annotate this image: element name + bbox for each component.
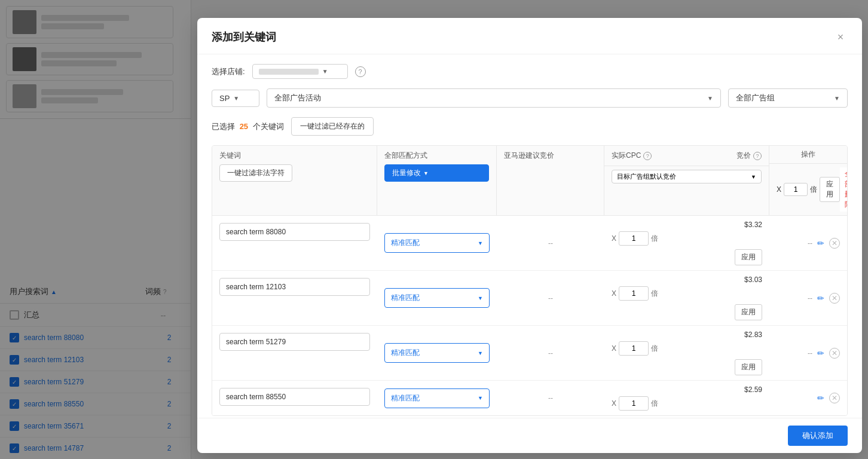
table-row: 精准匹配 ▼ -- $2.83 X 倍 应用 - xyxy=(212,326,847,381)
ad-type-dropdown[interactable]: SP ▼ xyxy=(212,90,259,107)
campaign-label: 全部广告活动 xyxy=(274,93,321,103)
modal-footer: 确认添加 xyxy=(197,418,862,453)
keyword-header-label: 关键词 xyxy=(219,151,369,161)
keyword-input[interactable] xyxy=(219,278,370,296)
keyword-input[interactable] xyxy=(219,388,370,406)
table-row: 精准匹配 ▼ -- $2.59 X 倍 ✏ ✕ xyxy=(212,381,847,415)
bid-apply-button[interactable]: 应用 xyxy=(735,359,762,375)
op-dash: -- xyxy=(808,349,812,357)
chevron-down-icon: ▼ xyxy=(751,174,756,180)
bid-price: $2.59 xyxy=(612,385,762,394)
match-type-cell: 精准匹配 ▼ xyxy=(377,326,497,380)
amazon-bid-cell: -- xyxy=(497,326,604,380)
keyword-cell xyxy=(212,326,377,380)
store-value xyxy=(259,69,319,75)
modal-close-button[interactable]: × xyxy=(833,30,848,44)
keyword-col-header: 关键词 一键过滤非法字符 xyxy=(212,146,377,215)
bid-multiplier-input[interactable] xyxy=(619,231,649,246)
bid-cell: $3.32 X 倍 应用 xyxy=(604,216,769,270)
bid-bei-label: 倍 xyxy=(651,344,658,354)
bid-x-label: X xyxy=(612,344,616,353)
operation-col-header: 操作 X 倍 应用 全部删除 xyxy=(769,146,847,215)
operation-cell: -- ✏ ✕ xyxy=(769,216,847,270)
chevron-down-icon: ▼ xyxy=(423,170,429,176)
edit-icon[interactable]: ✏ xyxy=(817,348,824,358)
bid-multiplier-input[interactable] xyxy=(619,341,649,356)
adgroup-label: 全部广告组 xyxy=(736,93,775,103)
keyword-cell xyxy=(212,381,377,415)
op-dash: -- xyxy=(808,294,812,302)
bid-apply-button[interactable]: 应用 xyxy=(735,249,762,265)
edit-icon[interactable]: ✏ xyxy=(817,238,824,248)
chevron-down-icon: ▼ xyxy=(478,240,483,246)
multiplier-input[interactable] xyxy=(784,183,808,196)
chevron-down-icon: ▼ xyxy=(478,350,483,356)
selected-keywords-row: 已选择 25 个关键词 一键过滤已经存在的 xyxy=(212,117,848,136)
match-type-value: 精准匹配 xyxy=(391,393,420,403)
table-row: 精准匹配 ▼ -- $3.03 X 倍 应用 - xyxy=(212,271,847,326)
confirm-add-button[interactable]: 确认添加 xyxy=(788,426,848,446)
chevron-down-icon: ▼ xyxy=(322,68,328,75)
amazon-bid-value: -- xyxy=(548,294,553,302)
selected-count: 25 xyxy=(240,122,248,131)
amazon-bid-header-label: 亚马逊建议竞价 xyxy=(504,151,597,161)
modal-header: 添加到关键词 × xyxy=(197,18,862,54)
match-type-dropdown[interactable]: 精准匹配 ▼ xyxy=(384,233,490,253)
bid-multiplier-input[interactable] xyxy=(619,396,649,411)
delete-icon[interactable]: ✕ xyxy=(829,238,840,249)
match-type-cell: 精准匹配 ▼ xyxy=(377,216,497,270)
edit-icon[interactable]: ✏ xyxy=(817,293,824,303)
cpc-help-icon: ? xyxy=(643,152,652,160)
keyword-input[interactable] xyxy=(219,333,370,351)
match-type-dropdown[interactable]: 精准匹配 ▼ xyxy=(384,288,490,308)
bid-type-dropdown[interactable]: 目标广告组默认竞价 ▼ xyxy=(612,170,762,183)
bid-x-label: X xyxy=(612,234,616,243)
keyword-input[interactable] xyxy=(219,223,370,241)
filter-illegal-chars-button[interactable]: 一键过滤非法字符 xyxy=(219,164,292,182)
store-dropdown[interactable]: ▼ xyxy=(252,64,348,79)
operation-header-label: 操作 xyxy=(769,146,847,164)
ad-type-label: SP xyxy=(219,94,230,103)
modal-title: 添加到关键词 xyxy=(212,30,276,44)
match-type-cell: 精准匹配 ▼ xyxy=(377,381,497,415)
match-type-value: 精准匹配 xyxy=(391,348,420,358)
bid-bei-label: 倍 xyxy=(651,399,658,409)
actual-cpc-header-label: 实际CPC xyxy=(612,151,641,161)
keyword-cell xyxy=(212,216,377,270)
batch-modify-button[interactable]: 批量修改 ▼ xyxy=(384,164,489,182)
operation-cell: -- ✏ ✕ xyxy=(769,326,847,380)
match-type-dropdown[interactable]: 精准匹配 ▼ xyxy=(384,343,490,363)
bid-multiplier-input[interactable] xyxy=(619,286,649,301)
delete-all-button[interactable]: 全部删除 xyxy=(840,167,848,212)
bid-price: $2.83 xyxy=(612,331,762,339)
delete-icon[interactable]: ✕ xyxy=(829,293,840,304)
bei-label: 倍 xyxy=(810,185,817,195)
bid-apply-button[interactable]: 应用 xyxy=(735,304,762,320)
bid-x-label: X xyxy=(612,399,616,408)
amazon-bid-cell: -- xyxy=(497,216,604,270)
campaign-dropdown[interactable]: 全部广告活动 ▼ xyxy=(267,88,721,108)
apply-multiplier-button[interactable]: 应用 xyxy=(820,177,840,202)
match-type-dropdown[interactable]: 精准匹配 ▼ xyxy=(384,388,490,408)
filter-existing-button[interactable]: 一键过滤已经存在的 xyxy=(291,117,374,136)
chevron-down-icon: ▼ xyxy=(478,295,483,301)
table-header: 关键词 一键过滤非法字符 全部匹配方式 批量修改 ▼ 亚马逊建议竞价 xyxy=(212,146,847,216)
match-type-value: 精准匹配 xyxy=(391,238,420,248)
selected-prefix: 已选择 25 个关键词 xyxy=(212,121,284,132)
operation-cell: -- ✏ ✕ xyxy=(769,271,847,325)
delete-icon[interactable]: ✕ xyxy=(829,393,840,403)
keyword-cell xyxy=(212,271,377,325)
bid-header-label: 竞价 xyxy=(736,151,751,161)
match-type-col-header: 全部匹配方式 批量修改 ▼ xyxy=(377,146,497,215)
store-label: 选择店铺: xyxy=(212,66,245,77)
edit-icon[interactable]: ✏ xyxy=(817,393,824,403)
modal-body: 选择店铺: ▼ ? SP ▼ 全部广告活动 ▼ 全部广告组 ▼ xyxy=(197,54,862,418)
chevron-down-icon: ▼ xyxy=(707,95,713,102)
bid-bei-label: 倍 xyxy=(651,234,658,244)
bid-help-icon: ? xyxy=(753,152,762,160)
operation-cell: ✏ ✕ xyxy=(769,381,847,415)
store-help-icon[interactable]: ? xyxy=(355,66,366,77)
delete-icon[interactable]: ✕ xyxy=(829,348,840,359)
bid-x-label: X xyxy=(612,289,616,298)
adgroup-dropdown[interactable]: 全部广告组 ▼ xyxy=(728,88,848,108)
